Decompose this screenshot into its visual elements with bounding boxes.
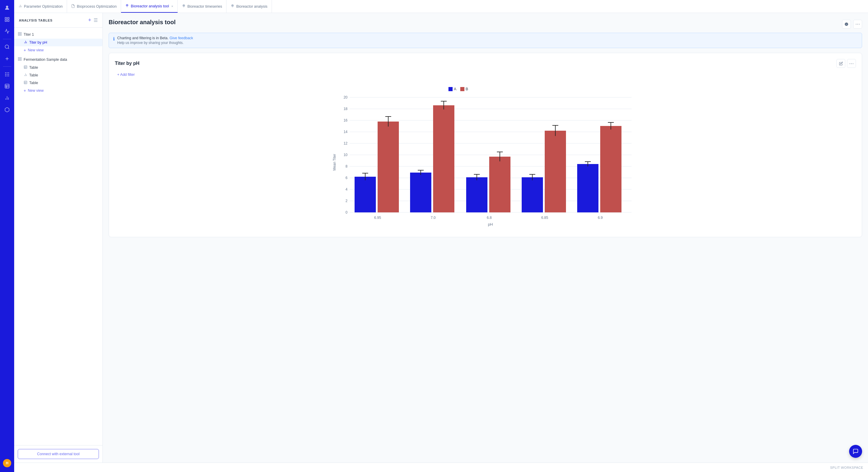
nav-table[interactable] — [2, 81, 12, 92]
ferm-table2-icon — [24, 73, 27, 77]
tab-bioprocess-icon — [71, 4, 75, 9]
add-filter-button[interactable]: + Add filter — [115, 71, 137, 78]
bar-70-b — [433, 105, 454, 212]
tree-item-titer-by-ph[interactable]: Titer by pH — [14, 39, 102, 46]
ferm-add-view[interactable]: + New view — [14, 87, 102, 94]
ferm-add-icon: + — [24, 88, 26, 93]
chart-title: Titer by pH — [115, 61, 140, 66]
ferm-table1-label: Table — [29, 66, 38, 70]
nav-chart[interactable] — [2, 26, 12, 37]
chart-card: Titer by pH ⋯ + Add filter A — [108, 53, 862, 237]
chart-more-button[interactable]: ⋯ — [847, 59, 856, 68]
tab-bioreactor-analysis-icon — [230, 4, 235, 9]
add-analysis-button[interactable]: + — [88, 17, 91, 23]
beta-feedback-link[interactable]: Give feedback — [169, 36, 193, 40]
y-axis-label: Mean Titer — [333, 154, 337, 171]
chat-fab-button[interactable] — [849, 445, 862, 458]
nav-separator — [3, 39, 11, 39]
nav-grid[interactable] — [2, 14, 12, 25]
svg-rect-38 — [20, 59, 21, 61]
svg-point-13 — [7, 74, 8, 75]
tab-bioreactor-analysis-label: Bioreactor analysis — [236, 4, 268, 8]
split-workspace-label[interactable]: SPLIT WORKSPACE — [830, 466, 863, 469]
xlabel-69: 6.9 — [598, 216, 603, 220]
x-axis-label: pH — [488, 222, 493, 227]
nav-bar-chart[interactable] — [2, 93, 12, 103]
svg-rect-4 — [8, 20, 9, 22]
tab-bioreactor-tool-label: Bioreactor analysis tool — [131, 4, 169, 8]
ferm-table3-icon — [24, 80, 27, 85]
tree-item-ferm-table2[interactable]: Table — [14, 71, 102, 79]
bar-69-a — [577, 164, 598, 212]
ytick-16: 16 — [344, 118, 348, 123]
page-info-button[interactable] — [842, 20, 851, 29]
ytick-4: 4 — [345, 187, 347, 192]
analysis-tables-title: ANALYSIS TABLES — [19, 19, 53, 22]
nav-search[interactable] — [2, 42, 12, 52]
svg-point-11 — [8, 72, 9, 73]
user-avatar[interactable]: H — [3, 459, 11, 467]
svg-line-6 — [8, 48, 9, 49]
titer1-add-icon: + — [24, 48, 26, 53]
ytick-20: 20 — [344, 95, 348, 99]
tab-bar: Parameter Optimization Bioprocess Optimi… — [14, 0, 868, 13]
sidebar-header: ANALYSIS TABLES + ☰ — [14, 13, 102, 28]
tab-close-button[interactable]: × — [171, 4, 173, 8]
svg-rect-1 — [5, 18, 6, 19]
bar-695-b — [378, 122, 399, 212]
svg-rect-37 — [18, 59, 20, 61]
tree-item-ferm-table3[interactable]: Table — [14, 79, 102, 87]
tree-item-ferm-table1[interactable]: Table — [14, 64, 102, 71]
svg-rect-31 — [20, 34, 21, 35]
ytick-6: 6 — [345, 176, 347, 180]
sidebar-header-actions: + ☰ — [88, 17, 98, 23]
ytick-12: 12 — [344, 141, 348, 145]
titer1-add-view[interactable]: + New view — [14, 46, 102, 54]
sidebar-nav: H — [0, 0, 14, 472]
tab-bioreactor-tool[interactable]: Bioreactor analysis tool × — [121, 0, 178, 13]
ytick-0: 0 — [345, 210, 347, 214]
bar-chart-svg: A B Mean Titer — [115, 82, 856, 230]
svg-point-16 — [7, 75, 8, 76]
beta-banner: ℹ Charting and filtering is in Beta. Giv… — [108, 33, 862, 48]
ytick-2: 2 — [345, 199, 347, 203]
analysis-sidebar: ANALYSIS TABLES + ☰ Titer 1 — [14, 13, 103, 463]
beta-banner-sub: Help us improve by sharing your thoughts… — [117, 41, 193, 45]
titer1-grid-icon — [18, 32, 22, 37]
svg-rect-2 — [8, 18, 9, 19]
tab-bioreactor-analysis[interactable]: Bioreactor analysis — [226, 0, 272, 13]
nav-add[interactable] — [2, 54, 12, 64]
xlabel-70: 7.0 — [431, 216, 436, 220]
svg-rect-29 — [20, 32, 21, 34]
ytick-18: 18 — [344, 107, 348, 111]
sidebar-tree: Titer 1 Titer by pH + New view — [14, 28, 102, 445]
nav-package[interactable] — [2, 104, 12, 115]
ferm-add-label: New view — [28, 89, 44, 93]
tree-group-titer1: Titer 1 Titer by pH + New view — [14, 30, 102, 54]
tab-bioreactor-ts[interactable]: Bioreactor timeseries — [178, 0, 226, 13]
ytick-8: 8 — [345, 164, 347, 168]
titer1-add-label: New view — [28, 48, 44, 52]
sidebar-menu-button[interactable]: ☰ — [94, 18, 98, 23]
tab-param-opt[interactable]: Parameter Optimization — [14, 0, 67, 13]
main-area: Parameter Optimization Bioprocess Optimi… — [14, 0, 868, 472]
chart-main-area: Bioreactor analysis tool ⋯ ℹ Charting an… — [103, 13, 868, 463]
tree-group-titer1-header[interactable]: Titer 1 — [14, 30, 102, 39]
tab-param-opt-icon — [18, 4, 22, 9]
chart-container: A B Mean Titer — [115, 82, 856, 231]
nav-apps[interactable] — [2, 69, 12, 80]
bottom-bar: SPLIT WORKSPACE — [14, 463, 868, 472]
svg-rect-39 — [24, 66, 27, 69]
svg-point-0 — [6, 6, 8, 8]
legend-b-label: B — [466, 87, 468, 91]
page-more-button[interactable]: ⋯ — [853, 20, 862, 29]
tab-bioprocess-opt[interactable]: Bioprocess Optimization — [67, 0, 121, 13]
tree-group-ferm-header[interactable]: Fermentation Sample data — [14, 55, 102, 64]
nav-home[interactable] — [2, 2, 12, 13]
svg-rect-35 — [18, 58, 20, 59]
titer1-label: Titer 1 — [24, 32, 34, 37]
bar-685-b — [545, 131, 566, 212]
legend-b-swatch — [460, 87, 464, 91]
connect-external-tool-button[interactable]: Connect with external tool — [18, 449, 99, 459]
chart-edit-button[interactable] — [836, 59, 845, 68]
